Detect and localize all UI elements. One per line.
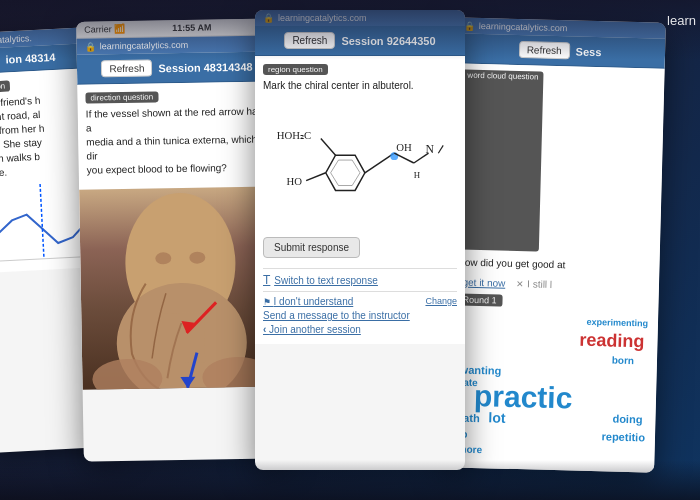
svg-text:N: N [426, 143, 435, 156]
panel-3: 🔒 learningcatalytics.com Refresh Session… [255, 10, 465, 470]
question-text-3: Mark the chiral center in albuterol. [263, 79, 457, 93]
svg-line-15 [306, 173, 326, 181]
wc-reading: reading [579, 330, 645, 353]
wc-repetition: repetitio [601, 430, 645, 443]
divider-1 [263, 268, 457, 269]
panel-content-4: word cloud question How did you get good… [444, 63, 665, 472]
session-title-1: ion 48314 [5, 51, 56, 66]
panel-2: Carrier 📶 11:55 AM 🔋 🔒 learningcatalytic… [76, 18, 284, 461]
question-badge-4: word cloud question [458, 70, 544, 252]
wc-lot: lot [488, 409, 506, 425]
refresh-button-2[interactable]: Refresh [101, 59, 152, 77]
submit-response-button[interactable]: Submit response [263, 237, 360, 258]
question-badge-1: question [0, 80, 10, 93]
url-text-3: learningcatalytics.com [278, 13, 367, 23]
wc-wanting: wanting [460, 364, 502, 377]
svg-line-17 [321, 139, 336, 156]
wc-born: born [612, 355, 634, 367]
question-badge-3: region question [263, 64, 328, 75]
lock-icon-4: 🔒 [464, 21, 475, 31]
question-badge-2: direction question [85, 91, 158, 103]
anatomy-image [79, 186, 282, 389]
wc-doing: doing [612, 413, 642, 426]
learn-label: learn [667, 13, 700, 28]
url-text-2: learningcatalytics.com [100, 40, 189, 52]
nav-bar-2: Refresh Session 48314348 [77, 51, 277, 84]
lock-icon-3: 🔒 [263, 13, 274, 23]
url-bar-3: 🔒 learningcatalytics.com [255, 10, 465, 26]
word-cloud: experimenting reading born wanting inate… [452, 308, 651, 472]
svg-text:H: H [414, 170, 421, 180]
url-text-1: ngcatalytics. [0, 33, 32, 46]
message-instructor-link-3[interactable]: Send a message to the instructor [263, 310, 457, 321]
svg-line-1 [40, 184, 44, 259]
question-text-2: If the vessel shown at the red arrow has… [86, 104, 271, 177]
svg-marker-14 [331, 160, 360, 185]
dont-understand-link-3[interactable]: I don't understand Change [263, 296, 457, 307]
response-options: I get it now ✕ I still l [457, 275, 651, 292]
nav-bar-3: Refresh Session 92644350 [255, 26, 465, 56]
panels-wrapper: 🔒 ngcatalytics. ion 48314 question is to… [0, 0, 700, 500]
divider-2 [263, 291, 457, 292]
svg-text:HO: HO [287, 175, 303, 187]
url-text-4: learningcatalytics.com [479, 21, 568, 33]
session-title-3: Session 92644350 [341, 35, 435, 47]
session-title-2: Session 48314348 [158, 60, 252, 74]
carrier-2: Carrier 📶 [84, 24, 125, 35]
refresh-button-4[interactable]: Refresh [519, 41, 570, 59]
svg-line-25 [438, 145, 443, 153]
svg-text:HOH₂C: HOH₂C [277, 129, 311, 141]
change-link-3[interactable]: Change [425, 296, 457, 306]
session-title-4: Sess [576, 45, 602, 58]
panel-content-2: direction question If the vessel shown a… [77, 81, 279, 189]
panel-content-3: region question Mark the chiral center i… [255, 56, 465, 344]
lock-icon-2: 🔒 [85, 41, 96, 51]
question-text-4: How did you get good at [457, 255, 651, 274]
time-2: 11:55 AM [172, 22, 211, 33]
molecule-area: HO HOH₂C OH N H [263, 99, 457, 227]
svg-line-19 [365, 153, 394, 173]
join-session-link-3[interactable]: Join another session [263, 324, 457, 335]
i-still-link[interactable]: ✕ I still l [516, 278, 552, 290]
panel-4: 🔒 learningcatalytics.com Refresh Sess wo… [444, 17, 666, 472]
switch-text-link[interactable]: T Switch to text response [263, 273, 457, 287]
refresh-button-3[interactable]: Refresh [284, 32, 335, 49]
wc-experimenting: experimenting [586, 317, 648, 329]
svg-text:OH: OH [396, 141, 412, 153]
